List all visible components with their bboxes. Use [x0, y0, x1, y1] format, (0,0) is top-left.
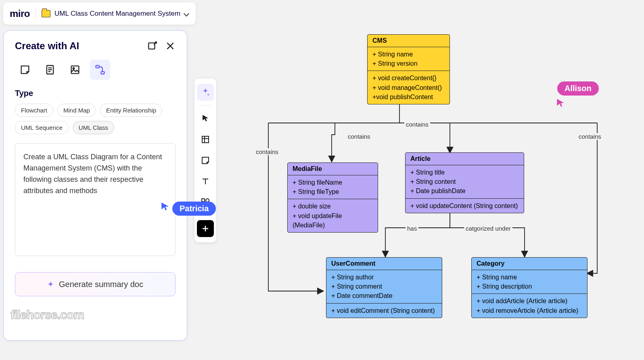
uml-class-mediafile[interactable]: MediaFile + String fileName + String fil…	[287, 162, 378, 233]
cursor-patricia: Patricia	[160, 202, 216, 216]
uml-methods: + double size + void updateFile (MediaFi…	[288, 199, 378, 232]
uml-title: UserComment	[326, 258, 442, 270]
uml-class-cms[interactable]: CMS + String name + String version + voi…	[367, 34, 450, 104]
edge-label: contains	[577, 133, 603, 140]
cursor-allison: Allison	[556, 81, 599, 108]
uml-title: MediaFile	[288, 163, 378, 175]
uml-methods: + void createContent{} + void manageCont…	[368, 71, 450, 104]
edge-label: contains	[346, 133, 372, 140]
cursor-icon	[160, 202, 171, 212]
cursor-label: Patricia	[172, 202, 216, 216]
cursor-label: Allison	[557, 81, 599, 96]
uml-attributes: + String name + String version	[368, 47, 450, 71]
uml-title: Category	[472, 258, 587, 270]
edge-label: catgorized under	[464, 225, 512, 232]
watermark: filehorse.com	[10, 308, 84, 322]
cursor-icon	[556, 98, 566, 108]
edge-label: has	[406, 225, 418, 232]
canvas[interactable]: contains contains contains contains has …	[0, 0, 644, 360]
uml-class-category[interactable]: Category + String name + String descript…	[471, 257, 588, 318]
uml-methods: + void updateContent (String content)	[406, 199, 524, 213]
edge-label: contains	[254, 148, 280, 155]
uml-class-usercomment[interactable]: UserComment + String author + String com…	[326, 257, 442, 318]
uml-methods: + void editComment (String content)	[326, 304, 442, 318]
uml-attributes: + String fileName + String fileType	[288, 175, 378, 199]
edge-label: contains	[404, 121, 430, 128]
uml-attributes: + String title + String content + Date p…	[406, 165, 524, 199]
uml-title: CMS	[368, 35, 450, 47]
uml-class-article[interactable]: Article + String title + String content …	[405, 152, 524, 213]
uml-attributes: + String name + String description	[472, 270, 587, 294]
uml-attributes: + String author + String comment + Date …	[326, 270, 442, 304]
uml-methods: + void addArticle (Article article) + vo…	[472, 294, 587, 317]
uml-title: Article	[406, 153, 524, 165]
